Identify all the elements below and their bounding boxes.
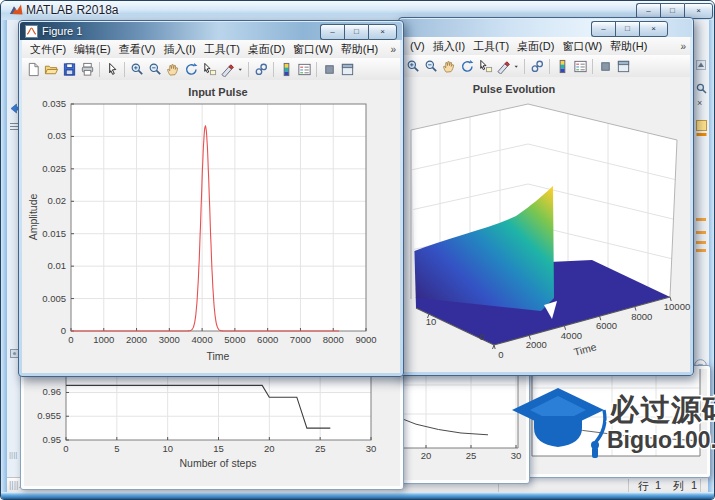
tick-label: 25 (466, 450, 477, 461)
zoom-in-icon[interactable] (128, 60, 146, 78)
tick-label: 0.01 (48, 260, 67, 271)
dock-frame-icon[interactable] (614, 57, 632, 75)
minimize-button[interactable]: – (320, 24, 344, 40)
toolbar-separator (592, 59, 593, 74)
save-icon[interactable] (60, 60, 78, 78)
print-icon[interactable] (78, 60, 96, 78)
brush-icon[interactable] (494, 57, 512, 75)
tick-label: 20 (421, 450, 432, 461)
menu-item[interactable]: 窗口(W) (293, 42, 333, 57)
menu-item[interactable]: 插入(I) (433, 39, 465, 54)
maximize-button[interactable]: □ (344, 24, 368, 40)
time-tick-label: 6000 (596, 320, 617, 331)
tick-label: 5000 (224, 334, 245, 345)
minimize-button[interactable]: – (591, 21, 615, 37)
menu-item[interactable]: (V) (410, 40, 425, 52)
brush-icon[interactable] (218, 60, 236, 78)
figure1-caption-buttons: –□× (320, 24, 397, 40)
dock-frame-icon[interactable] (338, 60, 356, 78)
scroll-up-icon[interactable] (696, 56, 706, 74)
tick-label: 7000 (290, 334, 311, 345)
time-tick-label: 8000 (631, 311, 652, 322)
menu-item[interactable]: 窗口(W) (562, 39, 602, 54)
figure2-titlebar[interactable]: –□× (400, 19, 692, 37)
menu-overflow-chevron[interactable]: » (680, 41, 686, 52)
code-warning-mark[interactable] (696, 218, 706, 221)
dock-small-icon[interactable] (596, 57, 614, 75)
figure1-area: 010002000300040005000600070008000900000.… (22, 80, 400, 373)
zoom-out-icon[interactable] (422, 57, 440, 75)
statusbar-row-value: 1 (655, 479, 661, 491)
menu-item[interactable]: 帮助(H) (610, 39, 647, 54)
screenshot-root: MATLAB R2018a –□× |||| × (0, 0, 715, 500)
toolbar-separator (273, 62, 274, 77)
menu-item[interactable]: 工具(T) (204, 42, 240, 57)
new-file-icon[interactable] (24, 60, 42, 78)
pan-hand-icon[interactable] (440, 57, 458, 75)
rotate-3d-icon[interactable] (458, 57, 476, 75)
close-icon[interactable]: × (697, 98, 702, 108)
time-tick-label: 0 (498, 349, 503, 360)
maximize-button[interactable]: □ (615, 21, 639, 37)
caret-icon[interactable] (236, 60, 245, 78)
close-button[interactable]: × (368, 24, 397, 40)
menu-item[interactable]: 桌面(D) (517, 39, 554, 54)
caret-icon[interactable] (512, 57, 521, 75)
cursor-arrow-icon[interactable] (103, 60, 121, 78)
colorbar-icon[interactable] (277, 60, 295, 78)
zoom-in-icon[interactable] (404, 57, 422, 75)
toolbar-separator (99, 62, 100, 77)
rotate-3d-icon[interactable] (182, 60, 200, 78)
code-warning-mark[interactable] (696, 241, 706, 244)
panel-grip[interactable]: |||| (9, 450, 17, 459)
toolbar-separator (124, 62, 125, 77)
figure2-window[interactable]: –□× (V)插入(I)工具(T)桌面(D)窗口(W)帮助(H)» 020004… (398, 17, 694, 376)
statusbar-col-value: 1 (691, 479, 697, 491)
warning-summary-icon[interactable] (696, 120, 707, 140)
steps-chart: 0510152025300.950.9550.96Number of steps (24, 373, 399, 485)
figure1-title: Figure 1 (42, 25, 82, 37)
menu-item[interactable]: 查看(V) (119, 42, 156, 57)
link-plots-icon[interactable] (252, 60, 270, 78)
open-folder-icon[interactable] (42, 60, 60, 78)
figure1-window[interactable]: Figure 1 –□× 文件(F)编辑(E)查看(V)插入(I)工具(T)桌面… (18, 20, 404, 377)
menu-item[interactable]: 编辑(E) (74, 42, 111, 57)
data-cursor-icon[interactable] (476, 57, 494, 75)
statusbar-divider (700, 479, 701, 492)
tick-label: 0.96 (43, 386, 62, 397)
tick-label: 0.025 (42, 163, 66, 174)
figure1-titlebar[interactable]: Figure 1 –□× (20, 22, 402, 40)
data-cursor-icon[interactable] (200, 60, 218, 78)
menu-item[interactable]: 帮助(H) (341, 42, 378, 57)
menu-overflow-chevron[interactable]: » (390, 44, 396, 55)
tick-label: 0 (68, 334, 73, 345)
dock-small-icon[interactable] (320, 60, 338, 78)
tick-label: 15 (213, 443, 224, 454)
figure2-toolbar (402, 55, 690, 78)
legend-icon[interactable] (571, 57, 589, 75)
legend-icon[interactable] (295, 60, 313, 78)
main-window-title: MATLAB R2018a (26, 3, 119, 17)
tick-label: 20 (264, 443, 275, 454)
chart-title: Input Pulse (188, 86, 247, 98)
pan-hand-icon[interactable] (164, 60, 182, 78)
figure-window-bottom-middle[interactable]: 202530d (392, 367, 530, 484)
colorbar-icon[interactable] (553, 57, 571, 75)
tick-label: 8000 (323, 334, 344, 345)
code-warning-mark[interactable] (696, 249, 706, 252)
menu-item[interactable]: 桌面(D) (248, 42, 285, 57)
distance-tick-label: 0 (479, 331, 484, 342)
close-button[interactable]: × (639, 21, 668, 37)
code-warning-mark[interactable] (696, 231, 706, 234)
figure-window-bottom-left[interactable]: 0510152025300.950.9550.96Number of steps (20, 369, 404, 490)
distance-tick-label: 10 (426, 316, 437, 327)
menu-item[interactable]: 工具(T) (473, 39, 509, 54)
zoom-out-icon[interactable] (146, 60, 164, 78)
tick-label: 0 (63, 443, 68, 454)
menu-item[interactable]: 文件(F) (30, 42, 66, 57)
link-plots-icon[interactable] (528, 57, 546, 75)
menu-item[interactable]: 插入(I) (163, 42, 195, 57)
tick-label: 1000 (93, 334, 114, 345)
tick-label: 3000 (159, 334, 180, 345)
search-icon[interactable] (696, 80, 707, 98)
